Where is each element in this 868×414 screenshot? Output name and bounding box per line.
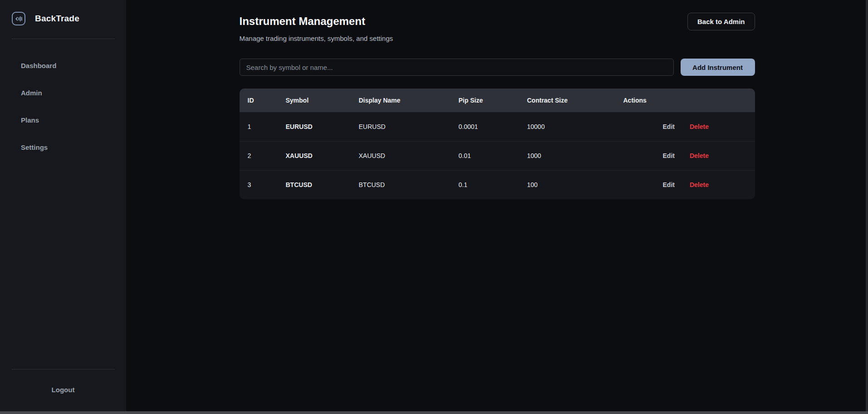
- instruments-table: ID Symbol Display Name Pip Size Contract…: [240, 89, 755, 199]
- toolbar: Add Instrument: [240, 59, 755, 76]
- horizontal-scrollbar[interactable]: [0, 411, 868, 414]
- delete-button[interactable]: Delete: [690, 181, 709, 188]
- cell-contract-size: 100: [519, 170, 615, 199]
- table-row: 3 BTCUSD BTCUSD 0.1 100 Edit Delete: [240, 170, 755, 199]
- page-subtitle: Manage trading instruments, symbols, and…: [240, 34, 393, 42]
- sidebar-item-dashboard[interactable]: Dashboard: [0, 62, 126, 71]
- sidebar: BackTrade Dashboard Admin Plans Settings…: [0, 0, 126, 414]
- sidebar-item-settings[interactable]: Settings: [0, 143, 126, 153]
- page-header: Instrument Management Manage trading ins…: [240, 15, 755, 42]
- sidebar-top-divider: [11, 39, 115, 39]
- brand: BackTrade: [0, 0, 126, 25]
- column-header-id: ID: [240, 89, 278, 112]
- app: BackTrade Dashboard Admin Plans Settings…: [0, 0, 868, 414]
- brand-name: BackTrade: [35, 14, 79, 24]
- cell-pip-size: 0.0001: [451, 112, 519, 141]
- sidebar-spacer: [0, 171, 126, 369]
- add-instrument-button[interactable]: Add Instrument: [681, 59, 755, 76]
- delete-button[interactable]: Delete: [690, 123, 709, 130]
- cell-display-name: EURUSD: [351, 112, 451, 141]
- back-to-admin-button[interactable]: Back to Admin: [687, 13, 755, 30]
- cell-id: 1: [240, 112, 278, 141]
- cell-symbol: XAUUSD: [278, 141, 351, 170]
- column-header-display-name: Display Name: [351, 89, 451, 112]
- column-header-actions: Actions: [615, 89, 755, 112]
- logout-button[interactable]: Logout: [0, 386, 126, 394]
- backtrade-logo-icon: [12, 12, 25, 25]
- edit-button[interactable]: Edit: [663, 152, 675, 159]
- page-title: Instrument Management: [240, 15, 393, 28]
- sidebar-item-plans[interactable]: Plans: [0, 116, 126, 125]
- cell-actions: Edit Delete: [615, 141, 755, 170]
- cell-actions: Edit Delete: [615, 112, 755, 141]
- sidebar-item-admin[interactable]: Admin: [0, 89, 126, 98]
- cell-actions: Edit Delete: [615, 170, 755, 199]
- column-header-symbol: Symbol: [278, 89, 351, 112]
- table-row: 2 XAUUSD XAUUSD 0.01 1000 Edit Delete: [240, 141, 755, 170]
- cell-contract-size: 1000: [519, 141, 615, 170]
- cell-contract-size: 10000: [519, 112, 615, 141]
- cell-id: 3: [240, 170, 278, 199]
- column-header-pip-size: Pip Size: [451, 89, 519, 112]
- cell-id: 2: [240, 141, 278, 170]
- edit-button[interactable]: Edit: [663, 123, 675, 130]
- main-content: Instrument Management Manage trading ins…: [126, 0, 868, 414]
- table-header-row: ID Symbol Display Name Pip Size Contract…: [240, 89, 755, 112]
- cell-pip-size: 0.01: [451, 141, 519, 170]
- column-header-contract-size: Contract Size: [519, 89, 615, 112]
- search-input[interactable]: [240, 59, 674, 76]
- cell-pip-size: 0.1: [451, 170, 519, 199]
- delete-button[interactable]: Delete: [690, 152, 709, 159]
- sidebar-bottom-divider: [11, 369, 115, 370]
- cell-display-name: BTCUSD: [351, 170, 451, 199]
- cell-symbol: EURUSD: [278, 112, 351, 141]
- edit-button[interactable]: Edit: [663, 181, 675, 188]
- cell-symbol: BTCUSD: [278, 170, 351, 199]
- cell-display-name: XAUUSD: [351, 141, 451, 170]
- sidebar-nav: Dashboard Admin Plans Settings: [0, 62, 126, 171]
- table-row: 1 EURUSD EURUSD 0.0001 10000 Edit Delete: [240, 112, 755, 141]
- vertical-scrollbar[interactable]: [866, 0, 868, 414]
